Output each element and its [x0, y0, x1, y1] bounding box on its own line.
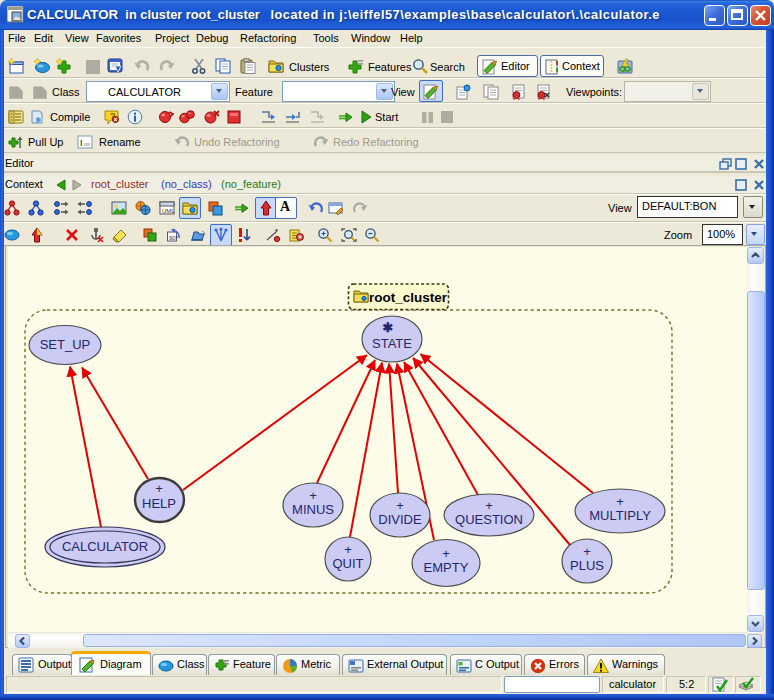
svg-text:EMPTY: EMPTY: [424, 560, 469, 575]
svg-text:QUIT: QUIT: [332, 556, 363, 571]
svg-text:CALCULATOR: CALCULATOR: [62, 539, 148, 554]
svg-text:DIVIDE: DIVIDE: [378, 512, 422, 527]
svg-text:+: +: [155, 481, 163, 496]
svg-text:I: I: [80, 138, 83, 148]
svg-text:+: +: [616, 494, 624, 509]
svg-text:STATE: STATE: [372, 336, 412, 351]
svg-text:UML: UML: [162, 208, 175, 214]
svg-text:HELP: HELP: [142, 496, 176, 511]
svg-text:MINUS: MINUS: [292, 502, 334, 517]
svg-text:+: +: [485, 498, 493, 513]
svg-text:+: +: [583, 544, 591, 559]
svg-text:SET_UP: SET_UP: [40, 337, 91, 352]
svg-text:+: +: [442, 546, 450, 561]
svg-text:QUESTION: QUESTION: [455, 512, 523, 527]
svg-text:MULTIPLY: MULTIPLY: [589, 508, 651, 523]
svg-text:90°: 90°: [169, 235, 179, 241]
svg-text:+: +: [396, 498, 404, 513]
svg-text:✱: ✱: [383, 320, 394, 335]
svg-text:+: +: [344, 542, 352, 557]
svg-text:root_cluster: root_cluster: [369, 290, 448, 305]
svg-text:+: +: [309, 488, 317, 503]
svg-text:PLUS: PLUS: [570, 558, 604, 573]
